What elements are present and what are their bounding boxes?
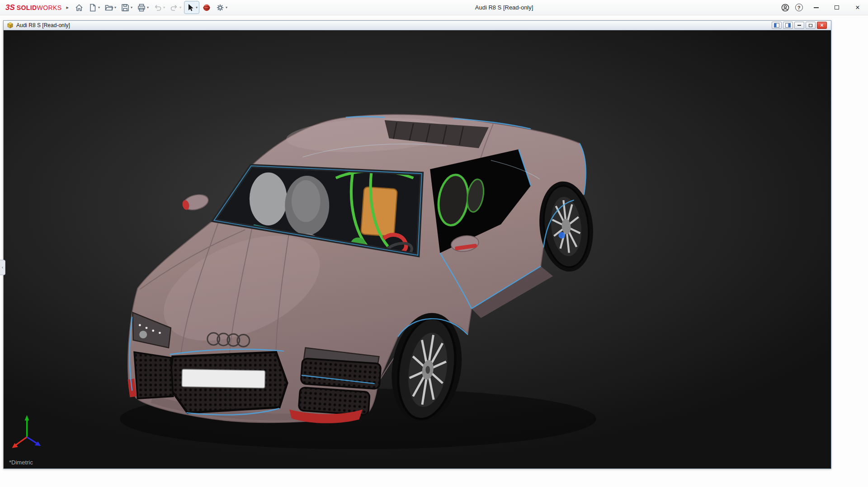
user-avatar-icon <box>781 3 790 12</box>
save-icon <box>121 3 130 12</box>
minimize-button[interactable] <box>806 0 826 15</box>
document-window: Audi R8 S [Read-only] <box>3 20 831 469</box>
restore-icon <box>809 24 812 27</box>
close-icon: × <box>820 23 823 28</box>
dropdown-arrow-icon[interactable]: ▾ <box>179 5 181 9</box>
split-pane-right-icon <box>785 23 791 28</box>
dropdown-arrow-icon[interactable]: ▾ <box>114 5 116 9</box>
document-close-button[interactable]: × <box>817 22 827 29</box>
document-title: Audi R8 S [Read-only] <box>16 22 70 28</box>
split-pane-left-icon <box>774 23 779 28</box>
solidworks-app: 3S SOLIDWORKS ▸ ▾ ▾ <box>0 0 868 487</box>
print-button[interactable]: ▾ <box>136 1 150 14</box>
document-restore-button[interactable] <box>806 22 816 29</box>
solidworks-wordmark: SOLIDWORKS <box>17 4 62 11</box>
save-button[interactable]: ▾ <box>119 1 134 14</box>
dropdown-arrow-icon[interactable]: ▾ <box>147 5 149 9</box>
home-button[interactable] <box>73 1 85 14</box>
close-button[interactable]: × <box>847 0 868 15</box>
redo-button[interactable]: ▾ <box>168 1 183 14</box>
side-mirror-left[interactable] <box>181 192 210 212</box>
close-icon: × <box>855 4 859 11</box>
app-titlebar: 3S SOLIDWORKS ▸ ▾ ▾ <box>0 0 868 15</box>
viewport-3d[interactable]: *Dimetric <box>4 30 831 468</box>
home-icon <box>75 3 84 12</box>
open-folder-icon <box>104 3 113 12</box>
undo-icon <box>153 3 162 12</box>
redo-icon <box>170 3 179 12</box>
new-document-button[interactable]: ▾ <box>87 1 101 14</box>
dropdown-arrow-icon[interactable]: ▾ <box>226 5 227 9</box>
titlebar-right-controls: ? × <box>778 0 868 15</box>
assembly-document-icon <box>7 22 14 29</box>
undo-button[interactable]: ▾ <box>152 1 166 14</box>
menu-flyout-arrow-icon[interactable]: ▸ <box>65 5 72 10</box>
help-button[interactable]: ? <box>792 1 806 14</box>
print-icon <box>137 3 146 12</box>
split-pane-right-button[interactable] <box>783 22 793 29</box>
feature-panel-collapse-tab[interactable]: ‹ <box>0 260 5 275</box>
document-minimize-button[interactable] <box>794 22 804 29</box>
document-titlebar[interactable]: Audi R8 S [Read-only] <box>4 21 831 30</box>
chevron-left-icon: ‹ <box>2 265 3 270</box>
dropdown-arrow-icon[interactable]: ▾ <box>98 5 100 9</box>
document-window-controls: × <box>772 22 829 29</box>
license-plate <box>182 369 265 388</box>
split-pane-left-button[interactable] <box>772 22 782 29</box>
select-cursor-icon <box>186 3 195 12</box>
solidworks-logo[interactable]: 3S SOLIDWORKS <box>0 3 65 12</box>
open-button[interactable]: ▾ <box>103 1 118 14</box>
restore-icon <box>835 5 839 9</box>
view-orientation-label: *Dimetric <box>9 459 33 466</box>
dropdown-arrow-icon[interactable]: ▾ <box>196 5 198 9</box>
orientation-triad <box>12 415 41 448</box>
quick-access-toolbar: ▾ ▾ ▾ ▾ <box>72 0 230 15</box>
ds-logo-mark: 3S <box>5 3 15 12</box>
account-button[interactable] <box>778 1 792 14</box>
car-model[interactable] <box>4 30 831 468</box>
restore-button[interactable] <box>826 0 847 15</box>
3dexperience-marketplace-button[interactable] <box>201 1 212 14</box>
minimize-icon <box>814 7 819 8</box>
help-icon: ? <box>795 4 803 11</box>
new-document-icon <box>88 3 97 12</box>
mdi-client-area: Audi R8 S [Read-only] <box>0 16 868 487</box>
front-grille[interactable] <box>169 352 287 413</box>
gear-icon <box>216 3 225 12</box>
select-tool-button[interactable]: ▾ <box>184 1 199 14</box>
options-button[interactable]: ▾ <box>214 1 229 14</box>
3dexperience-icon <box>202 3 211 12</box>
window-title: Audi R8 S [Read-only] <box>230 4 778 11</box>
minimize-icon <box>797 25 801 26</box>
dropdown-arrow-icon[interactable]: ▾ <box>131 5 132 9</box>
dropdown-arrow-icon[interactable]: ▾ <box>163 5 165 9</box>
